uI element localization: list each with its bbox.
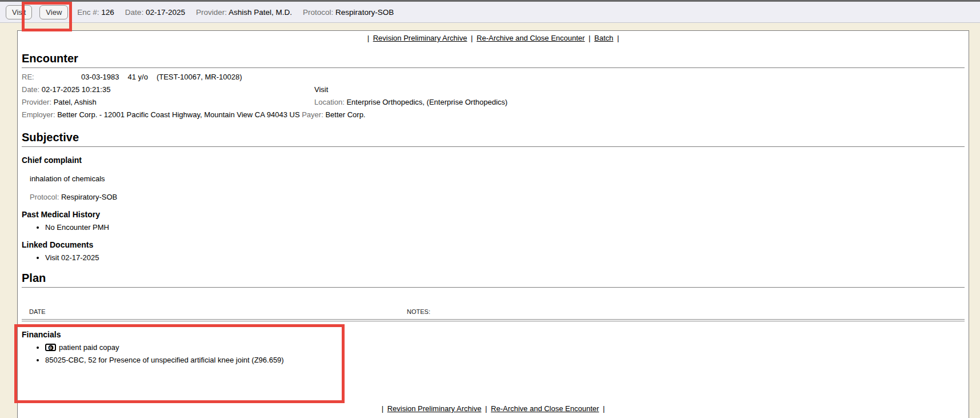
list-item: No Encounter PMH [45,223,965,232]
section-divider [22,287,965,288]
enc-date-field: Date: 02-17-2025 [125,8,185,17]
list-item: 0patient paid copay [45,343,965,352]
section-divider [22,146,965,147]
archive-actions-bottom: | Revision Preliminary Archive | Re-Arch… [22,404,965,413]
location-value: Enterprise Orthopedics, (Enterprise Orth… [346,98,507,106]
encounter-toolbar: Visit View Enc #: 126 Date: 02-17-2025 P… [0,2,980,23]
subjective-section-heading: Subjective [22,131,965,144]
payer-value: Better Corp. [325,110,365,119]
encounter-document-panel: | Revision Preliminary Archive | Re-Arch… [17,30,969,418]
enc-protocol-value: Respiratory-SOB [335,8,394,17]
financial-item-text: 85025-CBC, 52 for Presence of unspecifie… [45,356,284,364]
separator: | [617,34,619,42]
enc-date-label: Date: [125,8,143,17]
protocol-label: Protocol: [30,193,59,201]
visit-type-value: Visit [314,83,328,96]
encounter-date-line: Date: 02-17-2025 10:21:35 Visit [22,83,965,96]
separator: | [603,404,605,413]
plan-notes-column-header: NOTES: [407,308,430,315]
provider-label: Provider: [22,98,51,106]
enc-provider-field: Provider: Ashish Patel, M.D. [196,8,292,17]
employer-line: Employer: Better Corp. - 12001 Pacific C… [22,109,965,121]
revision-preliminary-archive-link-top[interactable]: Revision Preliminary Archive [373,34,467,42]
past-medical-history-heading: Past Medical History [22,210,965,219]
money-banknote-icon: 0 [45,344,56,351]
plan-table-header: DATE NOTES: [22,308,965,316]
employer-label: Employer: [22,110,55,119]
enc-protocol-label: Protocol: [303,8,333,17]
separator: | [589,34,590,42]
visit-tab-button[interactable]: Visit [6,5,32,19]
financials-heading: Financials [22,330,965,339]
encounter-section-heading: Encounter [22,52,965,65]
protocol-line: Protocol: Respiratory-SOB [30,193,965,201]
separator: | [382,404,383,413]
financial-item-text: patient paid copay [59,343,119,352]
plan-table-divider [22,319,965,321]
enc-provider-label: Provider: [196,8,227,17]
patient-age: 41 y/o [128,73,148,81]
list-item: 85025-CBC, 52 for Presence of unspecifie… [45,356,965,364]
toolbar-fields: Enc #: 126 Date: 02-17-2025 Provider: As… [77,8,405,17]
re-archive-close-encounter-link-top[interactable]: Re-Archive and Close Encounter [477,34,585,42]
enc-provider-value: Ashish Patel, M.D. [229,8,292,17]
enc-number-field: Enc #: 126 [77,8,114,17]
enc-date-value: 02-17-2025 [146,8,185,17]
enc-number-value: 126 [101,8,114,17]
enc-number-label: Enc #: [77,8,99,17]
batch-link[interactable]: Batch [594,34,613,42]
patient-ids: (TEST-10067, MR-10028) [157,73,242,81]
separator: | [471,34,473,42]
linked-documents-list: Visit 02-17-2025 [22,253,965,262]
re-archive-close-encounter-link-bottom[interactable]: Re-Archive and Close Encounter [491,404,599,413]
section-divider [22,67,965,68]
money-icon-digit: 0 [48,345,53,350]
protocol-value: Respiratory-SOB [61,193,117,201]
patient-re-line: RE:03-03-198341 y/o(TEST-10067, MR-10028… [22,71,965,83]
linked-documents-heading: Linked Documents [22,240,965,249]
employer-value: Better Corp. - 12001 Pacific Coast Highw… [57,110,299,119]
date-value: 02-17-2025 10:21:35 [42,85,111,94]
financials-list: 0patient paid copay 85025-CBC, 52 for Pr… [22,343,965,364]
provider-value: Patel, Ashish [54,98,97,106]
separator: | [485,404,487,413]
plan-section-heading: Plan [22,272,965,285]
view-tab-button[interactable]: View [39,5,68,19]
pmh-list: No Encounter PMH [22,223,965,232]
re-label: RE: [22,71,81,83]
separator: | [367,34,369,42]
enc-protocol-field: Protocol: Respiratory-SOB [303,8,394,17]
archive-actions-top: | Revision Preliminary Archive | Re-Arch… [22,34,965,42]
location-field: Location: Enterprise Orthopedics, (Enter… [314,96,507,109]
date-label: Date: [22,85,39,94]
patient-dob: 03-03-1983 [81,73,119,81]
provider-line: Provider: Patel, Ashish Location: Enterp… [22,96,965,109]
list-item: Visit 02-17-2025 [45,253,965,262]
chief-complaint-text: inhalation of chemicals [30,174,965,183]
chief-complaint-heading: Chief complaint [22,156,965,165]
plan-date-column-header: DATE [29,308,46,315]
revision-preliminary-archive-link-bottom[interactable]: Revision Preliminary Archive [387,404,482,413]
payer-label: Payer: [302,110,323,119]
ehr-encounter-screen: { "topbar": { "visit_label": "Visit", "v… [0,0,980,418]
location-label: Location: [314,98,345,106]
